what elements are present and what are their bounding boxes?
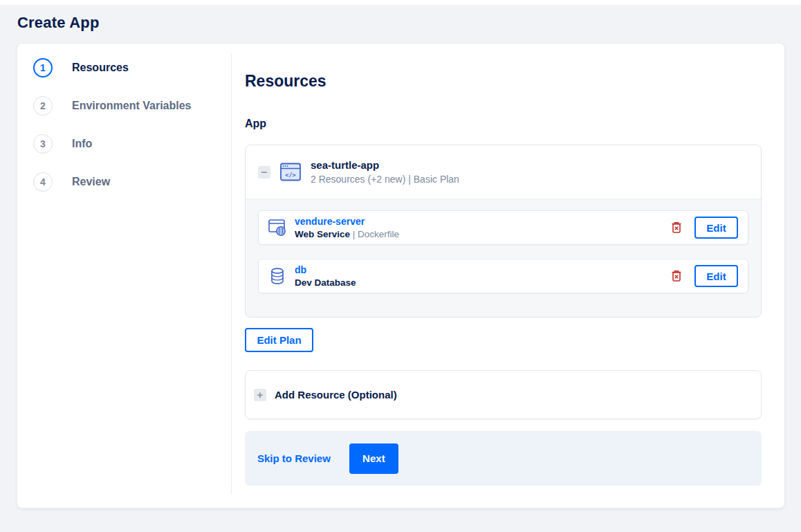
app-section-label: App xyxy=(245,118,762,130)
edit-plan-button[interactable]: Edit Plan xyxy=(245,328,313,352)
step-label-environment-variables: Environment Variables xyxy=(72,100,192,112)
resource-type-suffix: | Dockerfile xyxy=(350,229,399,239)
create-app-card: 1 Resources 2 Environment Variables 3 In… xyxy=(17,43,785,508)
add-resource-card[interactable]: + Add Resource (Optional) xyxy=(245,370,762,419)
resource-text: vendure-server Web Service | Dockerfile xyxy=(295,216,668,239)
resource-name-link[interactable]: vendure-server xyxy=(295,216,668,227)
collapse-app-button[interactable]: − xyxy=(258,166,270,178)
resources-panel: Resources App − </> sea-turtle-app xyxy=(245,44,762,486)
resource-row-vendure-server: vendure-server Web Service | Dockerfile … xyxy=(258,210,748,245)
top-strip xyxy=(0,0,801,5)
steps-content-divider xyxy=(231,53,232,494)
plus-icon[interactable]: + xyxy=(254,389,266,401)
resources-heading: Resources xyxy=(245,72,762,91)
web-service-icon xyxy=(268,219,286,237)
app-window-code-icon: </> xyxy=(280,163,301,181)
wizard-steps: 1 Resources 2 Environment Variables 3 In… xyxy=(33,58,227,210)
resource-row-db: db Dev Database Edit xyxy=(258,259,748,293)
skip-to-review-link[interactable]: Skip to Review xyxy=(257,452,331,464)
step-environment-variables[interactable]: 2 Environment Variables xyxy=(33,96,227,116)
app-titles: sea-turtle-app 2 Resources (+2 new) | Ba… xyxy=(311,159,459,185)
resource-type: Web Service xyxy=(295,229,350,239)
resource-name-link[interactable]: db xyxy=(295,264,668,275)
app-summary: 2 Resources (+2 new) | Basic Plan xyxy=(311,174,459,185)
page-title: Create App xyxy=(17,14,801,32)
trash-icon xyxy=(671,270,682,282)
step-number-1: 1 xyxy=(33,58,53,77)
step-number-2: 2 xyxy=(33,96,53,116)
app-name: sea-turtle-app xyxy=(311,159,459,171)
resource-type-line: Web Service | Dockerfile xyxy=(295,229,668,239)
step-number-4: 4 xyxy=(33,172,53,192)
step-number-3: 3 xyxy=(33,134,53,154)
add-resource-label: Add Resource (Optional) xyxy=(275,389,397,401)
app-resource-group: − </> sea-turtle-app 2 Resources (+2 new… xyxy=(245,145,762,318)
step-label-info: Info xyxy=(72,138,92,150)
next-button[interactable]: Next xyxy=(349,443,398,474)
edit-resource-button[interactable]: Edit xyxy=(694,217,738,239)
wizard-footer: Skip to Review Next xyxy=(245,431,762,486)
resource-text: db Dev Database xyxy=(295,264,668,288)
delete-resource-button[interactable] xyxy=(668,267,685,285)
trash-icon xyxy=(671,221,682,234)
delete-resource-button[interactable] xyxy=(668,219,685,237)
step-review[interactable]: 4 Review xyxy=(33,172,227,192)
svg-text:</>: </> xyxy=(285,172,295,178)
step-info[interactable]: 3 Info xyxy=(33,134,227,154)
step-resources[interactable]: 1 Resources xyxy=(33,58,227,77)
database-icon xyxy=(268,267,286,285)
step-label-resources: Resources xyxy=(72,62,129,74)
edit-resource-button[interactable]: Edit xyxy=(694,265,738,287)
app-group-header: − </> sea-turtle-app 2 Resources (+2 new… xyxy=(246,145,761,199)
resource-type-line: Dev Database xyxy=(295,277,668,288)
resource-type: Dev Database xyxy=(295,277,356,288)
page-header: Create App xyxy=(0,5,801,32)
step-label-review: Review xyxy=(72,176,110,188)
app-resource-list: vendure-server Web Service | Dockerfile … xyxy=(246,199,761,293)
